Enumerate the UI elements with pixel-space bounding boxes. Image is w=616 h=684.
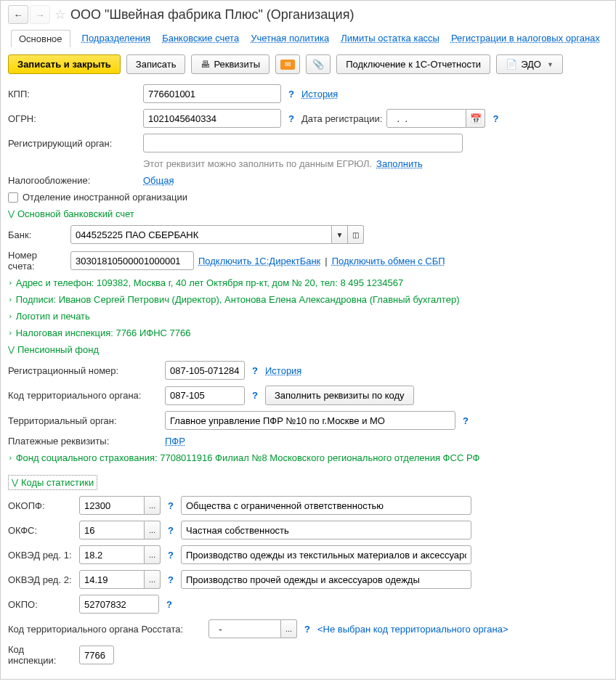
bank-open-button[interactable]: ◫ [348, 225, 364, 244]
foreign-branch-label: Отделение иностранной организации [23, 192, 187, 203]
reg-date-input[interactable] [386, 109, 466, 128]
payment-label: Платежные реквизиты: [8, 436, 161, 447]
sbp-link[interactable]: Подключить обмен с СБП [332, 256, 445, 266]
fill-by-code-button[interactable]: Заполнить реквизиты по коду [265, 386, 414, 405]
doc-icon [506, 59, 517, 70]
kpp-history-link[interactable]: История [301, 89, 338, 99]
save-and-close-button[interactable]: Записать и закрыть [8, 54, 121, 74]
nav-back-button[interactable]: ← [8, 5, 28, 24]
section-pension-fund[interactable]: ⋁Пенсионный фонд [8, 344, 608, 355]
okopf-label: ОКОПФ: [8, 500, 75, 511]
foreign-branch-checkbox[interactable] [8, 192, 18, 203]
ogrn-label: ОГРН: [8, 113, 139, 124]
tab-bank-accounts[interactable]: Банковские счета [162, 30, 239, 47]
okved2-help[interactable]: ? [165, 574, 177, 585]
tab-tax-registrations[interactable]: Регистрации в налоговых органах [451, 30, 600, 47]
rosstat-code-input[interactable] [208, 619, 281, 638]
inspection-code-label: Код инспекции: [8, 644, 75, 666]
section-tax-inspection[interactable]: ›Налоговая инспекция: 7766 ИФНС 7766 [8, 327, 608, 338]
taxation-label: Налогообложение: [8, 175, 139, 186]
okved2-name-input[interactable] [181, 570, 471, 589]
tab-main[interactable]: Основное [11, 30, 70, 47]
kpp-input[interactable] [143, 84, 281, 103]
chevron-right-icon: › [8, 295, 13, 304]
territory-code-help[interactable]: ? [249, 390, 261, 401]
section-address[interactable]: ›Адрес и телефон: 109382, Москва г, 40 л… [8, 277, 608, 288]
okpo-label: ОКПО: [8, 599, 75, 610]
chevron-right-icon: › [8, 453, 13, 463]
pension-regnum-input[interactable] [165, 361, 245, 380]
okpo-input[interactable] [79, 595, 159, 614]
favorite-star-icon[interactable]: ☆ [54, 7, 66, 23]
kpp-label: КПП: [8, 89, 139, 99]
bank-label: Банк: [8, 229, 66, 240]
okopf-name-input[interactable] [181, 496, 471, 515]
okopf-help[interactable]: ? [165, 500, 177, 511]
chevron-down-icon: ⋁ [12, 478, 18, 487]
nav-forward-button[interactable]: → [30, 5, 50, 24]
bank-dropdown-button[interactable]: ▼ [332, 225, 348, 244]
okfs-code-input[interactable] [79, 521, 145, 540]
okfs-lookup-button[interactable]: ... [145, 521, 161, 540]
directbank-link[interactable]: Подключить 1С:ДиректБанк [198, 256, 320, 266]
chevron-right-icon: › [8, 312, 13, 321]
section-logo[interactable]: ›Логотип и печать [8, 311, 608, 322]
chevron-right-icon: › [8, 328, 13, 338]
fill-link[interactable]: Заполнить [376, 158, 423, 169]
okfs-name-input[interactable] [181, 521, 471, 540]
section-stat-codes[interactable]: ⋁Коды статистики [8, 475, 97, 490]
okved2-label: ОКВЭД ред. 2: [8, 574, 75, 585]
chevron-right-icon: › [8, 278, 13, 288]
okved1-help[interactable]: ? [165, 550, 177, 561]
account-input[interactable] [70, 251, 194, 270]
section-social-insurance[interactable]: ›Фонд социального страхования: 770801191… [8, 452, 608, 463]
save-button[interactable]: Записать [126, 54, 186, 74]
reg-date-help[interactable]: ? [490, 113, 501, 124]
pfr-link[interactable]: ПФР [165, 436, 185, 447]
kpp-help[interactable]: ? [285, 89, 297, 99]
attach-button[interactable] [306, 54, 331, 74]
okfs-help[interactable]: ? [165, 525, 177, 536]
reg-date-label: Дата регистрации: [301, 113, 382, 124]
pension-history-link[interactable]: История [265, 365, 301, 376]
okved2-code-input[interactable] [79, 570, 145, 589]
ogrn-input[interactable] [143, 109, 281, 128]
print-icon [200, 59, 210, 70]
territory-code-label: Код территориального органа: [8, 390, 161, 401]
inspection-code-input[interactable] [79, 646, 114, 664]
okopf-code-input[interactable] [79, 496, 145, 515]
chevron-down-icon: ▼ [547, 61, 554, 68]
tab-accounting-policy[interactable]: Учетная политика [251, 30, 329, 47]
rosstat-hint: <Не выбран код территориального органа> [317, 624, 508, 635]
territory-code-input[interactable] [165, 386, 245, 405]
calendar-button[interactable]: 📅 [466, 109, 485, 128]
rosstat-code-label: Код территориального органа Росстата: [8, 624, 204, 635]
ogrn-help[interactable]: ? [285, 113, 297, 124]
okved1-lookup-button[interactable]: ... [145, 545, 161, 564]
mail-button[interactable]: ✉ [275, 54, 300, 74]
okpo-help[interactable]: ? [163, 599, 175, 610]
chevron-down-icon: ⋁ [8, 209, 15, 219]
rosstat-help[interactable]: ? [301, 624, 313, 635]
tab-divisions[interactable]: Подразделения [82, 30, 151, 47]
section-signatures[interactable]: ›Подписи: Иванов Сергей Петрович (Директ… [8, 294, 608, 305]
pension-regnum-help[interactable]: ? [249, 365, 261, 376]
rosstat-lookup-button[interactable]: ... [281, 619, 297, 638]
mail-icon: ✉ [280, 60, 295, 70]
okved1-name-input[interactable] [181, 545, 471, 564]
connect-1c-button[interactable]: Подключение к 1С-Отчетности [336, 54, 490, 74]
calendar-icon: 📅 [470, 113, 482, 124]
requisites-button[interactable]: Реквизиты [191, 54, 270, 74]
tab-cash-limits[interactable]: Лимиты остатка кассы [341, 30, 439, 47]
okved1-code-input[interactable] [79, 545, 145, 564]
territory-org-input[interactable] [165, 411, 455, 430]
edo-button[interactable]: ЭДО▼ [496, 54, 563, 74]
section-bank-account[interactable]: ⋁Основной банковский счет [8, 208, 608, 219]
territory-org-help[interactable]: ? [460, 415, 471, 426]
taxation-link[interactable]: Общая [143, 175, 174, 186]
okved2-lookup-button[interactable]: ... [145, 570, 161, 589]
okopf-lookup-button[interactable]: ... [145, 496, 161, 515]
reg-org-input[interactable] [143, 134, 463, 152]
bank-input[interactable] [70, 225, 332, 244]
tab-bar: Основное Подразделения Банковские счета … [8, 30, 608, 47]
